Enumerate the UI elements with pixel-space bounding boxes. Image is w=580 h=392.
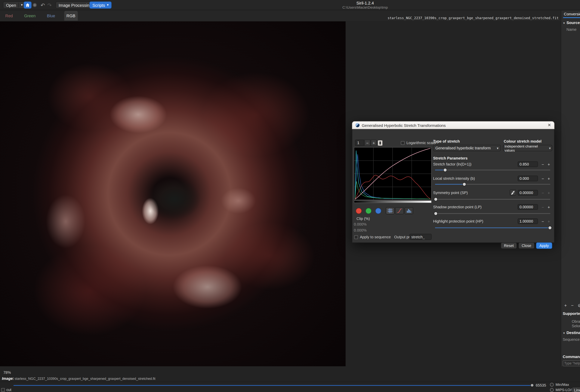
display-mode-mips[interactable]: MIPS-LO/HI: [550, 388, 575, 392]
close-button[interactable]: Close: [518, 242, 535, 249]
preview-pin-icon: [379, 141, 381, 144]
histogram-plot[interactable]: [354, 147, 432, 200]
type-of-stretch-value: Generalised hyperbolic transform: [435, 146, 491, 150]
local-intensity-increment[interactable]: +: [546, 176, 552, 181]
local-intensity-decrement[interactable]: −: [540, 176, 546, 181]
high-cut-value: 65535: [536, 383, 546, 387]
redo-icon: ↷: [47, 2, 52, 8]
source-section-header[interactable]: ▼Source: [563, 20, 580, 25]
symmetry-point-decrement[interactable]: −: [540, 190, 546, 196]
conversion-panel: Conversion ▼Source Name + − ⊘ Supported …: [561, 10, 580, 382]
open-button[interactable]: Open ▾: [3, 1, 26, 9]
histogram-toggle-button[interactable]: [405, 207, 413, 214]
record-button[interactable]: [33, 1, 37, 9]
green-channel-toggle[interactable]: [366, 208, 372, 214]
destination-section-header[interactable]: ▼Destination: [563, 330, 580, 335]
apply-to-sequence-checkbox[interactable]: [354, 235, 358, 239]
header-bar: Open ▾ ↶ ↷ Image Processing ▾ Scripts ▾ …: [0, 0, 580, 10]
symmetry-point-picker-button[interactable]: [510, 190, 516, 196]
type-of-stretch-dropdown[interactable]: Generalised hyperbolic transform ▾: [433, 145, 501, 151]
stretch-factor-slider[interactable]: [435, 168, 550, 172]
tab-conversion[interactable]: Conversion: [564, 12, 580, 16]
tab-red[interactable]: Red: [3, 11, 15, 21]
logarithmic-scale-checkbox[interactable]: [401, 141, 405, 145]
scripts-menu-button[interactable]: Scripts ▾: [89, 1, 112, 9]
param-label: Shadow protection point (LP): [433, 205, 482, 209]
stretch-factor-increment[interactable]: +: [546, 161, 552, 167]
symmetry-point-increment[interactable]: +: [546, 190, 552, 196]
filetype-item: Sekwencje: [572, 324, 580, 328]
symmetry-point-slider[interactable]: [435, 197, 550, 201]
symmetry-point-value[interactable]: 0.00000: [518, 190, 538, 196]
clear-files-button[interactable]: ⊘: [578, 303, 580, 308]
output-prefix-input[interactable]: [410, 234, 432, 240]
channel-spinner-increment[interactable]: +: [371, 140, 377, 146]
reset-button[interactable]: Reset: [501, 242, 517, 249]
minmax-radio[interactable]: [550, 383, 554, 386]
apply-to-sequence-row: Apply to sequence Output prefix:: [354, 235, 417, 239]
shadow-protection-decrement[interactable]: −: [540, 204, 546, 210]
tab-green[interactable]: Green: [22, 11, 38, 21]
grid-toggle-button[interactable]: [386, 207, 394, 214]
undo-button[interactable]: ↶: [41, 1, 45, 9]
param-label: Symmetry point (SP): [433, 191, 468, 195]
tab-rgb[interactable]: RGB: [64, 11, 78, 21]
stretch-factor-decrement[interactable]: −: [540, 161, 546, 167]
cut-checkbox[interactable]: [1, 388, 5, 392]
source-collapse-icon: ▼: [563, 22, 565, 24]
ghs-dialog-titlebar[interactable]: Generalised Hyperbolic Stretch Transform…: [352, 121, 555, 129]
param-row-local-intensity: Local stretch intensity (b) 0.000 − +: [433, 176, 552, 182]
blue-channel-toggle[interactable]: [375, 208, 381, 214]
home-button[interactable]: [24, 1, 31, 9]
grayscale-gradient-bar: [354, 200, 432, 203]
highlight-protection-value[interactable]: 1.00000: [518, 218, 538, 224]
red-channel-toggle[interactable]: [356, 208, 362, 214]
highlight-protection-slider[interactable]: [435, 226, 550, 230]
remove-files-button[interactable]: −: [571, 303, 574, 308]
dialog-close-icon[interactable]: ✕: [548, 123, 551, 127]
display-scale-dropdown[interactable]: Linear ▾: [572, 387, 580, 392]
slider-handle[interactable]: [462, 182, 466, 186]
slider-handle[interactable]: [443, 168, 447, 172]
display-mode-minmax[interactable]: Min/Max: [550, 383, 569, 387]
type-dropdown-caret-icon: ▾: [495, 146, 498, 150]
command-line-input[interactable]: [563, 360, 580, 366]
curve-toggle-button[interactable]: [395, 207, 404, 214]
slider-handle[interactable]: [434, 212, 438, 215]
channel-spinner-decrement[interactable]: −: [364, 140, 370, 146]
eyedropper-icon: [511, 191, 515, 195]
param-label: Local stretch intensity (b): [433, 176, 475, 181]
colour-model-dropdown[interactable]: Independent channel values ▾: [503, 145, 552, 151]
filetype-item: Obrazy BM: [572, 319, 580, 323]
open-split-divider: [18, 3, 19, 7]
add-files-button[interactable]: +: [564, 303, 567, 308]
channel-spinner-value[interactable]: 1: [355, 140, 364, 146]
open-dropdown-caret-icon[interactable]: ▾: [21, 3, 23, 7]
shadow-protection-value[interactable]: 0.00000: [518, 204, 538, 210]
high-cut-slider[interactable]: [13, 385, 534, 386]
histogram-curves: [354, 147, 431, 200]
source-name-column-header: Name: [567, 27, 577, 31]
logarithmic-scale-option[interactable]: Logarithmic scale: [401, 141, 436, 145]
redo-button[interactable]: ↷: [47, 1, 52, 9]
stretch-factor-value[interactable]: 0.850: [518, 161, 538, 167]
preview-pin-button[interactable]: [378, 140, 382, 146]
tab-blue[interactable]: Blue: [45, 11, 57, 21]
mips-radio[interactable]: [550, 388, 554, 392]
slider-handle[interactable]: [548, 226, 552, 230]
cut-option[interactable]: cut: [1, 388, 11, 392]
window-titles: Siril-1.2.4 C:\Users\Macie\Desktop\tmp: [342, 1, 388, 9]
local-intensity-slider[interactable]: [435, 182, 550, 186]
display-scale-value: Linear: [574, 388, 580, 392]
grid-icon: [388, 208, 393, 213]
shadow-protection-slider[interactable]: [435, 212, 550, 215]
nebula-image-canvas[interactable]: [0, 21, 346, 366]
highlight-protection-decrement[interactable]: −: [540, 218, 546, 224]
high-cut-handle[interactable]: [530, 384, 534, 387]
apply-button[interactable]: Apply: [536, 242, 552, 249]
local-intensity-value[interactable]: 0.000: [518, 176, 538, 181]
scripts-label: Scripts: [92, 3, 105, 7]
slider-handle[interactable]: [434, 197, 438, 201]
highlight-protection-increment[interactable]: +: [546, 218, 552, 224]
shadow-protection-increment[interactable]: +: [546, 204, 552, 210]
